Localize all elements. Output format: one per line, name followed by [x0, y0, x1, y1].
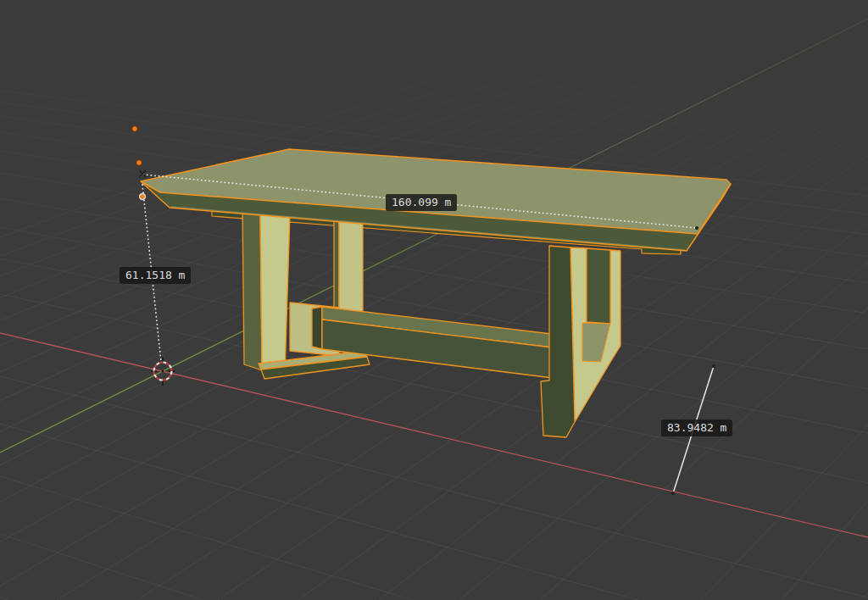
beam-end-face: [312, 307, 322, 349]
right-trestle-window: [587, 248, 610, 324]
inner-post-side-face: [334, 219, 339, 310]
inner-post-front-face: [339, 220, 363, 315]
left-post-front-face: [260, 212, 290, 375]
measurement-label-depth: 83.9482 m: [661, 419, 732, 436]
ruler-handle-dot-selected[interactable]: [140, 194, 146, 200]
ruler-length-end-point[interactable]: [695, 226, 698, 230]
cursor-center-dot: [162, 370, 164, 373]
blender-3d-viewport[interactable]: 160.099 m 61.1518 m 83.9482 m: [0, 0, 868, 600]
ruler-depth-end-point[interactable]: [671, 492, 675, 495]
left-post-side-face: [242, 209, 262, 370]
ruler-depth-start-point[interactable]: [712, 364, 715, 368]
measurement-label-length: 160.099 m: [386, 194, 457, 211]
ruler-handle-dot-2[interactable]: [136, 160, 142, 166]
measurement-label-height: 61.1518 m: [120, 267, 191, 284]
ruler-handle-dot-1[interactable]: [132, 126, 138, 132]
viewport-canvas: [0, 0, 868, 600]
